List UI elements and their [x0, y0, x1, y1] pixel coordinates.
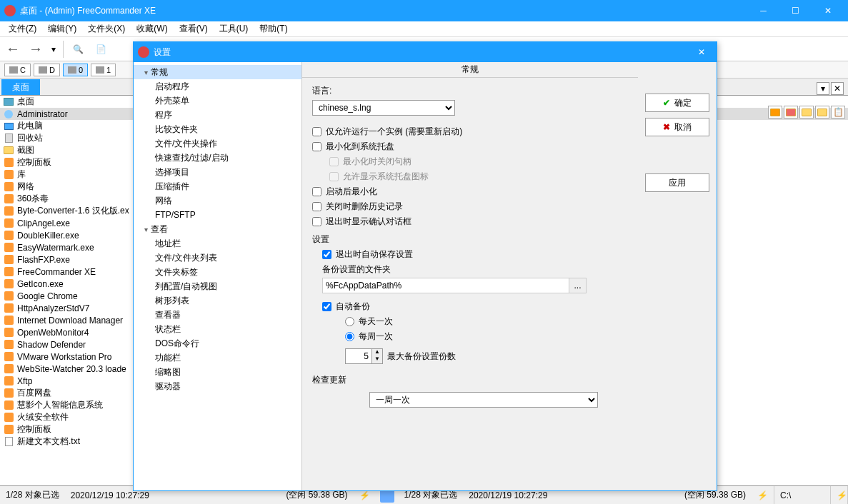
apply-button[interactable]: 应用: [645, 173, 709, 192]
cancel-button[interactable]: ✖取消: [645, 118, 709, 136]
quick-folder-4[interactable]: [815, 106, 829, 119]
backup-weekly-radio[interactable]: [345, 332, 354, 341]
menu-item[interactable]: 文件夹(X): [82, 21, 131, 36]
autobackup-checkbox[interactable]: [322, 302, 331, 311]
tree-item-label: 压缩插件: [155, 181, 189, 193]
titlebar: 桌面 - (Admin) FreeCommander XE ─ ☐ ✕: [0, 0, 848, 21]
tree-item[interactable]: ▾查看: [134, 222, 301, 236]
drive-button[interactable]: 0: [63, 64, 88, 76]
dialog-close-button[interactable]: ✕: [691, 42, 712, 62]
tree-item[interactable]: 快速查找/过滤/启动: [134, 151, 301, 165]
tree-item[interactable]: 选择项目: [134, 165, 301, 179]
close-handle-label: 最小化时关闭句柄: [343, 156, 411, 168]
file-name: 截图: [17, 144, 34, 156]
tree-item-label: 文件/文件夹操作: [155, 138, 217, 150]
max-backups-stepper[interactable]: ▲▼: [345, 348, 383, 364]
tree-item[interactable]: DOS命令行: [134, 336, 301, 351]
file-name: 库: [17, 168, 26, 181]
tree-item[interactable]: 查看器: [134, 308, 301, 322]
drive-button[interactable]: C: [4, 64, 31, 76]
quick-folder-2[interactable]: [784, 106, 798, 119]
tree-item[interactable]: 缩略图: [134, 365, 301, 379]
menu-item[interactable]: 查看(V): [174, 21, 214, 36]
language-select[interactable]: chinese_s.lng: [312, 100, 455, 116]
minimize-button[interactable]: ─: [747, 0, 779, 21]
tab-desktop[interactable]: 桌面: [1, 79, 40, 95]
status-left-date: 2020/12/19 10:27:29: [65, 490, 155, 500]
tree-item[interactable]: 启动程序: [134, 79, 301, 94]
tree-item[interactable]: 程序: [134, 108, 301, 122]
max-backups-input[interactable]: [346, 349, 371, 363]
status-bolt-icon[interactable]: ⚡: [831, 486, 848, 504]
file-icon: [3, 424, 14, 435]
ok-button[interactable]: ✔确定: [645, 94, 709, 112]
file-icon: [3, 436, 14, 448]
document-button[interactable]: 📄: [91, 39, 111, 59]
file-name: 此电脑: [17, 120, 43, 132]
tree-item[interactable]: FTP/SFTP: [134, 208, 301, 222]
start-minimized-checkbox[interactable]: [312, 187, 321, 196]
stepper-down-button[interactable]: ▼: [372, 356, 382, 363]
menubar: 文件(Z)编辑(Y)文件夹(X)收藏(W)查看(V)工具(U)帮助(T): [0, 21, 848, 37]
path-close-button[interactable]: ✕: [831, 82, 844, 95]
minimize-tray-label: 最小化到系统托盘: [326, 141, 394, 153]
autosave-checkbox[interactable]: [322, 250, 331, 259]
drive-button[interactable]: D: [34, 64, 60, 76]
tree-item[interactable]: 文件/文件夹列表: [134, 251, 301, 265]
file-icon: [3, 157, 14, 168]
confirm-exit-checkbox[interactable]: [312, 217, 321, 226]
minimize-tray-checkbox[interactable]: [312, 142, 321, 151]
single-instance-label: 仅允许运行一个实例 (需要重新启动): [326, 126, 462, 138]
nav-back-button[interactable]: ←: [3, 39, 23, 59]
menu-item[interactable]: 文件(Z): [3, 21, 42, 36]
tree-item-label: DOS命令行: [155, 338, 199, 350]
single-instance-checkbox[interactable]: [312, 127, 321, 136]
clear-history-checkbox[interactable]: [312, 202, 321, 211]
tree-item-label: FTP/SFTP: [155, 210, 196, 220]
file-icon: [3, 181, 14, 193]
tree-item[interactable]: 文件/文件夹操作: [134, 136, 301, 151]
tree-item[interactable]: 状态栏: [134, 322, 301, 336]
copy-button[interactable]: 📋: [831, 106, 845, 119]
tree-item[interactable]: 文件夹标签: [134, 265, 301, 279]
search-button[interactable]: 🔍: [68, 39, 88, 59]
nav-dropdown-button[interactable]: ▾: [49, 39, 59, 59]
start-minimized-label: 启动后最小化: [326, 186, 377, 198]
tree-item[interactable]: 地址栏: [134, 236, 301, 251]
quick-folder-1[interactable]: [768, 106, 782, 119]
menu-item[interactable]: 工具(U): [214, 21, 254, 36]
backup-folder-label: 备份设置的文件夹: [322, 263, 628, 276]
tree-item[interactable]: 网络: [134, 193, 301, 208]
browse-folder-button[interactable]: ...: [569, 278, 586, 293]
menu-item[interactable]: 帮助(T): [254, 21, 293, 36]
update-frequency-select[interactable]: 一周一次: [369, 392, 598, 408]
backup-folder-input[interactable]: [323, 278, 569, 293]
x-icon: ✖: [663, 122, 670, 132]
nav-forward-button[interactable]: →: [26, 39, 46, 59]
section-settings-label: 设置: [312, 233, 628, 246]
tree-item[interactable]: 压缩插件: [134, 179, 301, 193]
tree-item[interactable]: ▾常规: [134, 65, 301, 79]
tree-item-label: 文件/文件夹列表: [155, 252, 217, 264]
tree-item-label: 网络: [155, 195, 172, 207]
path-dropdown-button[interactable]: ▾: [817, 82, 829, 95]
autobackup-label: 自动备份: [336, 301, 370, 313]
file-name: 桌面: [17, 96, 34, 108]
backup-daily-radio[interactable]: [345, 317, 354, 326]
maximize-button[interactable]: ☐: [779, 0, 812, 21]
tree-item[interactable]: 树形列表: [134, 293, 301, 308]
menu-item[interactable]: 编辑(Y): [42, 21, 82, 36]
tree-item[interactable]: 功能栏: [134, 351, 301, 365]
drive-button[interactable]: 1: [91, 64, 116, 76]
tree-item[interactable]: 驱动器: [134, 379, 301, 393]
drive-icon: [96, 66, 104, 74]
tree-item[interactable]: 比较文件夹: [134, 122, 301, 136]
quick-folder-3[interactable]: [799, 106, 814, 119]
tree-item[interactable]: 列配置/自动视图: [134, 279, 301, 293]
file-icon: [3, 218, 14, 229]
menu-item[interactable]: 收藏(W): [131, 21, 173, 36]
tree-item[interactable]: 外壳菜单: [134, 94, 301, 108]
close-button[interactable]: ✕: [812, 0, 844, 21]
settings-tree[interactable]: ▾常规启动程序外壳菜单程序比较文件夹文件/文件夹操作快速查找/过滤/启动选择项目…: [134, 62, 302, 490]
tree-item-label: 状态栏: [155, 323, 181, 336]
